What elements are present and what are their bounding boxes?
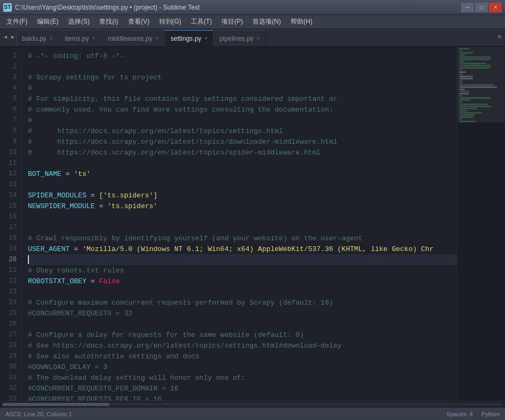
line-number: 20 [0, 254, 21, 265]
tab-close-icon[interactable]: × [205, 35, 208, 41]
line-number: 31 [0, 372, 21, 383]
tab-prev-arrow[interactable]: ◀ [2, 32, 9, 42]
code-line: #CONCURRENT_REQUESTS = 32 [28, 308, 457, 319]
tab-nav-arrows: ◀ ▶ [0, 29, 16, 46]
tab-label: pipelines.py [219, 35, 253, 42]
menu-item[interactable]: 首选项(N) [248, 16, 285, 27]
line-number: 18 [0, 233, 21, 244]
editor-container: 1234567891011121314151617181920212223242… [0, 47, 505, 401]
tab-baidu-py[interactable]: baidu.py× [16, 30, 59, 46]
menu-item[interactable]: 选择(S) [64, 16, 94, 27]
menu-item[interactable]: 转到(G) [155, 16, 185, 27]
status-right: Spaces: 4 Python [447, 411, 500, 417]
token-variable: SPIDER_MODULES [28, 191, 86, 200]
line-number: 4 [0, 83, 21, 93]
line-number: 6 [0, 104, 21, 115]
token-comment: # For simplicity, this file contains onl… [28, 95, 337, 103]
status-spaces[interactable]: Spaces: 4 [447, 411, 473, 417]
horizontal-scrollbar[interactable] [0, 401, 505, 407]
tab-pipelines-py[interactable]: pipelines.py× [213, 30, 265, 46]
tabs-bar: ◀ ▶ baidu.py×items.py×middlewares.py×set… [0, 29, 505, 47]
line-number: 8 [0, 126, 21, 136]
minimize-button[interactable]: ─ [461, 3, 474, 12]
code-line: # Configure a delay for requests for the… [28, 329, 457, 340]
maximize-button[interactable]: □ [475, 3, 488, 12]
scrollbar-thumb[interactable] [2, 403, 109, 406]
scrollbar-track[interactable] [2, 403, 503, 406]
tab-settings-py[interactable]: settings.py× [165, 30, 213, 46]
tab-next-arrow[interactable]: ▶ [10, 32, 16, 42]
code-line [28, 179, 457, 190]
line-number: 16 [0, 211, 21, 222]
token-comment: #CONCURRENT_REQUESTS_PER_IP = 16 [28, 395, 162, 401]
token-plain: = [70, 245, 82, 253]
line-number: 15 [0, 201, 21, 211]
line-number: 2 [0, 61, 21, 72]
token-comment: # [28, 116, 32, 124]
close-button[interactable]: ✕ [489, 3, 502, 12]
minimap-viewport [457, 47, 505, 122]
line-number: 12 [0, 168, 21, 179]
status-position: ASCII, Line 20, Column 1 [5, 411, 72, 417]
code-line: # [28, 115, 457, 126]
line-number: 30 [0, 362, 21, 372]
token-comment: # https://docs.scrapy.org/en/latest/topi… [28, 138, 337, 146]
line-number: 1 [0, 50, 21, 61]
tab-middlewares-py[interactable]: middlewares.py× [102, 30, 165, 46]
line-number: 17 [0, 222, 21, 233]
tab-close-icon[interactable]: × [155, 35, 159, 41]
status-bar: ASCII, Line 20, Column 1 Spaces: 4 Pytho… [0, 407, 505, 420]
token-comment: # The download delay setting will honor … [28, 374, 246, 382]
code-line [28, 61, 457, 72]
line-number: 10 [0, 147, 21, 158]
token-comment: # -*- coding: utf-8 -*- [28, 52, 124, 60]
line-numbers: 1234567891011121314151617181920212223242… [0, 47, 21, 401]
token-comment: #CONCURRENT_REQUESTS_PER_DOMAIN = 16 [28, 385, 179, 393]
menu-item[interactable]: 编辑(E) [33, 16, 63, 27]
tabs-menu-button[interactable]: ≡ [494, 29, 505, 46]
token-string: 'ts' [74, 170, 91, 178]
line-number: 14 [0, 190, 21, 201]
line-number: 19 [0, 244, 21, 254]
code-line: #CONCURRENT_REQUESTS_PER_IP = 16 [28, 394, 457, 401]
code-line [28, 254, 457, 265]
menu-item[interactable]: 文件(F) [2, 16, 32, 27]
token-value-false: False [99, 277, 120, 285]
code-line: # Obey robots.txt rules [28, 265, 457, 276]
token-plain: = [86, 277, 99, 285]
menu-item[interactable]: 查找(I) [95, 16, 122, 27]
code-line: #DOWNLOAD_DELAY = 3 [28, 362, 457, 372]
token-comment: #DOWNLOAD_DELAY = 3 [28, 363, 107, 371]
code-line [28, 286, 457, 297]
line-number: 29 [0, 351, 21, 362]
token-comment: # [28, 84, 32, 92]
code-area[interactable]: # -*- coding: utf-8 -*- # Scrapy setting… [21, 47, 457, 401]
status-syntax[interactable]: Python [481, 411, 500, 417]
code-line: # Crawl responsibly by identifying yours… [28, 233, 457, 244]
code-line [28, 211, 457, 222]
token-comment: # https://docs.scrapy.org/en/latest/topi… [28, 149, 321, 157]
code-line [28, 158, 457, 168]
code-line: # The download delay setting will honor … [28, 372, 457, 383]
token-comment: # https://docs.scrapy.org/en/latest/topi… [28, 127, 283, 135]
tab-label: baidu.py [22, 35, 46, 42]
token-comment: # Scrapy settings for ts project [28, 73, 162, 82]
token-string: 'ts.spiders' [107, 202, 158, 210]
tab-close-icon[interactable]: × [257, 35, 260, 41]
token-string: ['ts.spiders'] [99, 191, 158, 200]
window-controls[interactable]: ─ □ ✕ [461, 3, 502, 12]
menu-item[interactable]: 项目(P) [217, 16, 247, 27]
token-comment: #CONCURRENT_REQUESTS = 32 [28, 310, 132, 318]
line-number: 23 [0, 286, 21, 297]
tab-items-py[interactable]: items.py× [59, 30, 102, 46]
tab-close-icon[interactable]: × [49, 35, 53, 41]
tab-close-icon[interactable]: × [92, 35, 95, 41]
token-string: 'Mozilla/5.0 (Windows NT 6.1; Win64; x64… [82, 245, 433, 253]
tab-label: items.py [65, 35, 89, 42]
menu-item[interactable]: 帮助(H) [286, 16, 317, 27]
menu-item[interactable]: 工具(T) [187, 16, 216, 27]
status-left: ASCII, Line 20, Column 1 [5, 411, 72, 417]
token-comment: # Configure maximum concurrent requests … [28, 299, 333, 307]
menu-item[interactable]: 查看(V) [124, 16, 154, 27]
app-icon: ST [3, 3, 12, 12]
